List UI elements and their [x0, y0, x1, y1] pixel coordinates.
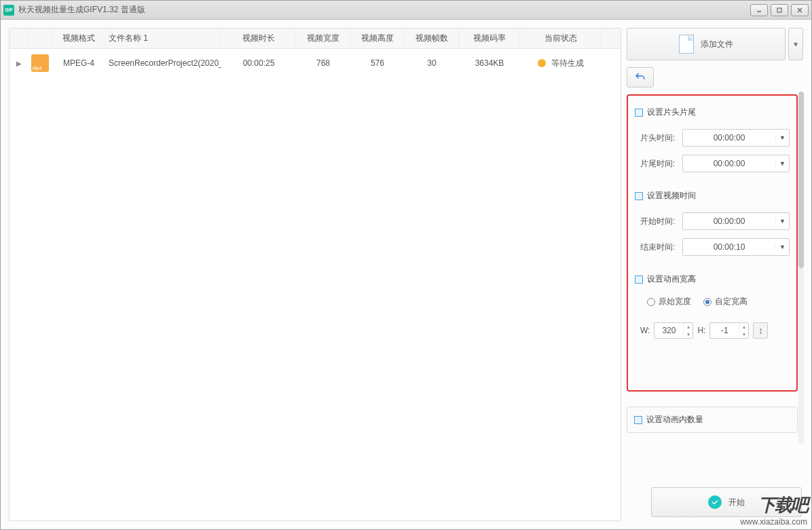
watermark: 下载吧 www.xiazaiba.com	[740, 493, 807, 527]
header-format[interactable]: 视频格式	[52, 29, 106, 48]
cell-status: 等待生成	[520, 58, 602, 69]
highlighted-settings: 设置片头片尾 片头时间: 00:00:00▼ 片尾时间: 00:00:00▼ 设…	[627, 94, 798, 392]
undo-button[interactable]	[627, 67, 654, 88]
header-height[interactable]: 视频高度	[350, 29, 405, 48]
cell-name: ScreenRecorderProject2(2020_...	[106, 58, 221, 68]
cell-duration: 00:00:25	[221, 58, 296, 68]
chevron-down-icon: ▼	[775, 160, 789, 167]
add-file-dropdown[interactable]: ▾	[788, 28, 803, 60]
add-file-label: 添加文件	[701, 39, 733, 50]
frame-count-section: 设置动画内数量	[627, 406, 798, 433]
window-title: 秋天视频批量生成GIFV1.32 普通版	[18, 4, 748, 16]
time-start-select[interactable]: 00:00:00▼	[682, 212, 790, 230]
header-width[interactable]: 视频宽度	[296, 29, 350, 48]
settings-scrollbar[interactable]	[798, 92, 804, 444]
intro-start-select[interactable]: 00:00:00▼	[682, 129, 790, 147]
width-label: W:	[640, 326, 650, 335]
frames-section-title: 设置动画内数量	[646, 414, 703, 425]
minimize-button[interactable]	[750, 4, 768, 16]
cell-width: 768	[296, 58, 350, 68]
svg-rect-1	[777, 8, 781, 12]
time-end-label: 结束时间:	[640, 242, 682, 253]
chevron-down-icon: ▼	[775, 218, 789, 225]
app-window: GIF 秋天视频批量生成GIFV1.32 普通版 视频格式 文件名称 1 视频时…	[0, 0, 812, 530]
size-section-title: 设置动画宽高	[647, 273, 696, 285]
cell-fps: 30	[405, 58, 459, 68]
header-name[interactable]: 文件名称 1	[106, 29, 221, 48]
settings-panel: 添加文件 ▾ 设置片头片尾 片头时间: 00:00:00▼	[627, 28, 803, 521]
cell-bitrate: 3634KB	[459, 58, 520, 68]
radio-original-width[interactable]: 原始宽度	[647, 296, 691, 307]
ratio-lock-button[interactable]: ↕	[753, 322, 768, 339]
intro-section-icon	[635, 109, 643, 117]
radio-custom-size[interactable]: 自定宽高	[703, 296, 748, 307]
intro-end-label: 片尾时间:	[640, 158, 682, 170]
header-fps[interactable]: 视频帧数	[405, 29, 459, 48]
app-icon: GIF	[3, 5, 14, 16]
size-section-icon	[635, 276, 643, 284]
mp4-icon	[31, 54, 49, 72]
cell-format: MPEG-4	[52, 58, 106, 68]
add-file-button[interactable]: 添加文件	[627, 28, 786, 60]
table-row[interactable]: ▶ MPEG-4 ScreenRecorderProject2(2020_...…	[10, 49, 621, 77]
header-bitrate[interactable]: 视频码率	[459, 29, 520, 48]
intro-end-select[interactable]: 00:00:00▼	[682, 155, 790, 172]
titlebar: GIF 秋天视频批量生成GIFV1.32 普通版	[1, 1, 811, 20]
header-duration[interactable]: 视频时长	[221, 29, 296, 48]
file-icon	[679, 35, 694, 54]
status-text: 等待生成	[551, 58, 584, 69]
grid-header: 视频格式 文件名称 1 视频时长 视频宽度 视频高度 视频帧数 视频码率 当前状…	[10, 29, 621, 49]
time-section-title: 设置视频时间	[647, 190, 696, 202]
chevron-down-icon: ▼	[775, 244, 789, 250]
close-button[interactable]	[791, 4, 809, 16]
cell-height: 576	[350, 58, 405, 68]
time-end-select[interactable]: 00:00:10▼	[682, 238, 790, 256]
status-dot-icon	[538, 59, 546, 67]
frames-section-icon	[634, 416, 642, 424]
intro-start-label: 片头时间:	[640, 132, 682, 144]
start-icon	[708, 495, 722, 509]
width-spinner[interactable]: 320▲▼	[654, 322, 693, 339]
header-status[interactable]: 当前状态	[520, 29, 602, 48]
file-grid: 视频格式 文件名称 1 视频时长 视频宽度 视频高度 视频帧数 视频码率 当前状…	[9, 28, 621, 521]
height-spinner[interactable]: -1▲▼	[709, 322, 749, 339]
height-label: H:	[697, 326, 705, 335]
row-indicator-icon: ▶	[16, 60, 22, 67]
time-section-icon	[635, 192, 643, 200]
intro-section-title: 设置片头片尾	[647, 107, 696, 118]
time-start-label: 开始时间:	[640, 216, 682, 227]
maximize-button[interactable]	[771, 4, 788, 16]
chevron-down-icon: ▼	[775, 134, 789, 141]
